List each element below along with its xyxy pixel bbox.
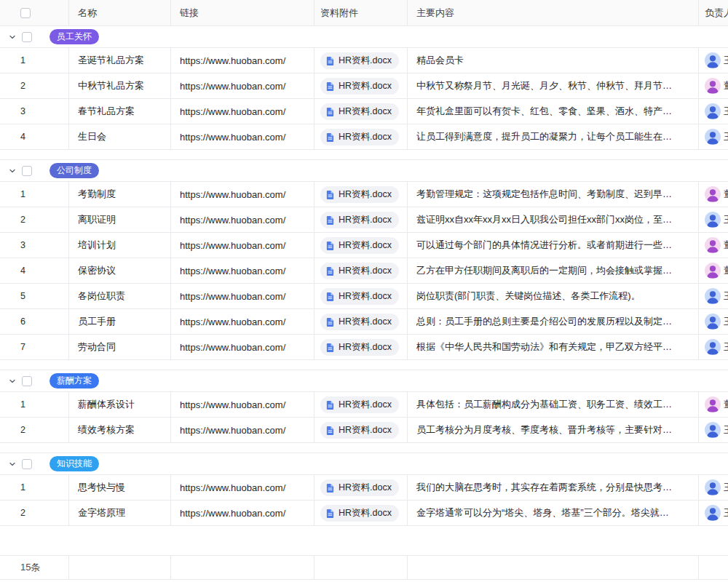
link-cell[interactable]: https://www.huoban.com/	[171, 233, 314, 258]
content-cell[interactable]: 金字塔通常可以分为“塔尖、塔身、塔基”三个部分。塔尖就…	[408, 501, 699, 525]
table-row[interactable]: 1 薪酬体系设计 https://www.huoban.com/ HR资料.do…	[0, 392, 728, 418]
record-link[interactable]: https://www.huoban.com/	[180, 425, 285, 436]
table-row[interactable]: 6 员工手册 https://www.huoban.com/ HR资料.docx	[0, 309, 728, 335]
name-cell[interactable]: 考勤制度	[69, 182, 171, 207]
content-cell[interactable]: 年货礼盒里面可以有贺卡、红包、零食、坚果、酒水、特产…	[408, 99, 699, 124]
record-link[interactable]: https://www.huoban.com/	[180, 189, 285, 200]
table-row[interactable]: 3 培训计划 https://www.huoban.com/ HR资料.docx	[0, 233, 728, 258]
name-cell[interactable]: 劳动合同	[69, 335, 171, 359]
attachment-chip[interactable]: HR资料.docx	[320, 314, 399, 330]
column-header-link[interactable]: 链接	[171, 0, 314, 25]
record-link[interactable]: https://www.huoban.com/	[180, 399, 285, 410]
link-cell[interactable]: https://www.huoban.com/	[171, 501, 314, 525]
name-cell[interactable]: 生日会	[69, 124, 171, 149]
content-cell[interactable]: 员工考核分为月度考核、季度考核、晋升考核等，主要针对…	[408, 418, 699, 442]
group-checkbox[interactable]	[22, 32, 32, 42]
record-link[interactable]: https://www.huoban.com/	[180, 132, 285, 143]
attachment-chip[interactable]: HR资料.docx	[320, 263, 399, 279]
content-cell[interactable]: 总则：员工手册的总则主要是介绍公司的发展历程以及制定…	[408, 309, 699, 334]
attachment-chip[interactable]: HR资料.docx	[320, 505, 399, 522]
name-cell[interactable]: 春节礼品方案	[69, 99, 171, 124]
link-cell[interactable]: https://www.huoban.com/	[171, 99, 314, 124]
name-cell[interactable]: 培训计划	[69, 233, 171, 258]
record-link[interactable]: https://www.huoban.com/	[180, 482, 285, 493]
attachment-chip[interactable]: HR资料.docx	[320, 129, 399, 146]
table-row[interactable]: 1 思考快与慢 https://www.huoban.com/ HR资料.doc…	[0, 475, 728, 501]
record-link[interactable]: https://www.huoban.com/	[180, 266, 285, 276]
content-cell[interactable]: 乙方在甲方任职期间及离职后的一定期间，均会接触或掌握…	[408, 258, 699, 283]
name-cell[interactable]: 员工手册	[69, 309, 171, 334]
name-cell[interactable]: 圣诞节礼品方案	[69, 48, 171, 73]
content-cell[interactable]: 精品会员卡	[408, 48, 699, 73]
column-header-owner[interactable]: 负责人	[699, 0, 728, 25]
attachment-chip[interactable]: HR资料.docx	[320, 103, 399, 120]
name-cell[interactable]: 薪酬体系设计	[69, 392, 171, 417]
content-cell[interactable]: 中秋节又称祭月节、月光诞、月夕、秋节、仲秋节、拜月节…	[408, 73, 699, 98]
attachment-chip[interactable]: HR资料.docx	[320, 479, 399, 496]
record-link[interactable]: https://www.huoban.com/	[180, 55, 285, 66]
record-link[interactable]: https://www.huoban.com/	[180, 215, 285, 226]
group-checkbox[interactable]	[22, 376, 32, 386]
record-link[interactable]: https://www.huoban.com/	[180, 291, 285, 302]
table-row[interactable]: 5 各岗位职责 https://www.huoban.com/ HR资料.doc…	[0, 284, 728, 309]
group-badge[interactable]: 薪酬方案	[50, 373, 99, 388]
link-cell[interactable]: https://www.huoban.com/	[171, 48, 314, 73]
link-cell[interactable]: https://www.huoban.com/	[171, 207, 314, 232]
record-link[interactable]: https://www.huoban.com/	[180, 240, 285, 251]
content-cell[interactable]: 岗位职责(部门职责、关键岗位描述、各类工作流程)。	[408, 284, 699, 308]
collapse-chevron-icon[interactable]	[9, 33, 17, 41]
table-row[interactable]: 3 春节礼品方案 https://www.huoban.com/ HR资料.do…	[0, 99, 728, 124]
attachment-chip[interactable]: HR资料.docx	[320, 288, 399, 305]
column-header-attachment[interactable]: 资料附件	[314, 0, 408, 25]
attachment-chip[interactable]: HR资料.docx	[320, 78, 399, 95]
table-row[interactable]: 2 金字塔原理 https://www.huoban.com/ HR资料.doc…	[0, 501, 728, 526]
name-cell[interactable]: 各岗位职责	[69, 284, 171, 308]
record-link[interactable]: https://www.huoban.com/	[180, 508, 285, 519]
attachment-chip[interactable]: HR资料.docx	[320, 396, 399, 413]
record-link[interactable]: https://www.huoban.com/	[180, 81, 285, 92]
attachment-chip[interactable]: HR资料.docx	[320, 339, 399, 356]
select-all-checkbox[interactable]	[20, 8, 31, 18]
group-checkbox[interactable]	[22, 166, 32, 176]
table-row[interactable]: 2 绩效考核方案 https://www.huoban.com/ HR资料.do…	[0, 418, 728, 443]
table-row[interactable]: 1 圣诞节礼品方案 https://www.huoban.com/ HR资料.d…	[0, 48, 728, 73]
collapse-chevron-icon[interactable]	[9, 167, 17, 175]
record-link[interactable]: https://www.huoban.com/	[180, 316, 285, 327]
name-cell[interactable]: 离职证明	[69, 207, 171, 232]
attachment-chip[interactable]: HR资料.docx	[320, 237, 399, 254]
link-cell[interactable]: https://www.huoban.com/	[171, 124, 314, 149]
name-cell[interactable]: 金字塔原理	[69, 501, 171, 525]
link-cell[interactable]: https://www.huoban.com/	[171, 309, 314, 334]
attachment-chip[interactable]: HR资料.docx	[320, 186, 399, 203]
table-row[interactable]: 4 保密协议 https://www.huoban.com/ HR资料.docx	[0, 258, 728, 284]
link-cell[interactable]: https://www.huoban.com/	[171, 73, 314, 98]
name-cell[interactable]: 保密协议	[69, 258, 171, 283]
name-cell[interactable]: 中秋节礼品方案	[69, 73, 171, 98]
table-row[interactable]: 4 生日会 https://www.huoban.com/ HR资料.docx …	[0, 124, 728, 150]
link-cell[interactable]: https://www.huoban.com/	[171, 258, 314, 283]
group-badge[interactable]: 员工关怀	[50, 29, 99, 44]
collapse-chevron-icon[interactable]	[9, 377, 17, 386]
content-cell[interactable]: 兹证明xx自xx年xx月xx日入职我公司担任xx部门xx岗位，至…	[408, 207, 699, 232]
link-cell[interactable]: https://www.huoban.com/	[171, 392, 314, 417]
link-cell[interactable]: https://www.huoban.com/	[171, 335, 314, 359]
name-cell[interactable]: 思考快与慢	[69, 475, 171, 500]
group-checkbox[interactable]	[22, 459, 32, 469]
link-cell[interactable]: https://www.huoban.com/	[171, 284, 314, 308]
record-link[interactable]: https://www.huoban.com/	[180, 342, 285, 353]
column-header-content[interactable]: 主要内容	[408, 0, 699, 25]
content-cell[interactable]: 考勤管理规定：这项规定包括作息时间、考勤制度、迟到早…	[408, 182, 699, 207]
collapse-chevron-icon[interactable]	[9, 460, 17, 469]
content-cell[interactable]: 具体包括：员工薪酬构成分为基础工资、职务工资、绩效工…	[408, 392, 699, 417]
attachment-chip[interactable]: HR资料.docx	[320, 422, 399, 439]
link-cell[interactable]: https://www.huoban.com/	[171, 182, 314, 207]
link-cell[interactable]: https://www.huoban.com/	[171, 418, 314, 442]
table-row[interactable]: 1 考勤制度 https://www.huoban.com/ HR资料.docx	[0, 182, 728, 207]
table-row[interactable]: 7 劳动合同 https://www.huoban.com/ HR资料.docx	[0, 335, 728, 360]
group-badge[interactable]: 知识技能	[50, 456, 99, 471]
record-link[interactable]: https://www.huoban.com/	[180, 106, 285, 117]
name-cell[interactable]: 绩效考核方案	[69, 418, 171, 442]
column-header-name[interactable]: 名称	[69, 0, 171, 25]
content-cell[interactable]: 根据《中华人民共和国劳动法》和有关规定，甲乙双方经平…	[408, 335, 699, 359]
link-cell[interactable]: https://www.huoban.com/	[171, 475, 314, 500]
